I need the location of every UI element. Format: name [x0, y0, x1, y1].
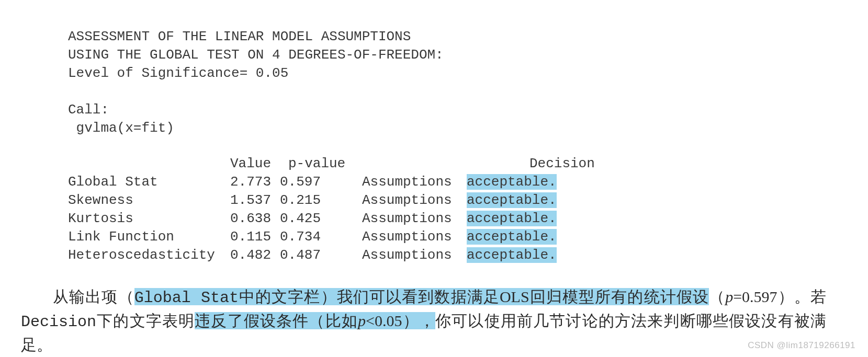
row-value: 1.537 [230, 191, 280, 210]
row-name: Heteroscedasticity [68, 246, 230, 264]
explanation-paragraph: 从输出项（Global Stat中的文字栏）我们可以看到数据满足OLS回归模型所… [21, 285, 826, 356]
col-header-pvalue: p-value [280, 155, 354, 173]
row-assumptions: Assumptions [354, 191, 467, 210]
row-name: Global Stat [68, 173, 230, 191]
para-t10: p [358, 312, 366, 329]
table-row: Link Function 0.115 0.734 Assumptions ac… [68, 228, 595, 246]
row-assumptions: Assumptions [354, 210, 467, 228]
row-name: Skewness [68, 191, 230, 210]
row-value: 0.482 [230, 246, 280, 264]
row-decision: acceptable. [467, 192, 557, 208]
row-assumptions: Assumptions [354, 246, 467, 264]
results-table: Value p-value Decision Global Stat 2.773… [68, 155, 595, 264]
para-t7: Decision [21, 313, 96, 331]
call-label: Call: [68, 102, 109, 118]
header-line-1: ASSESSMENT OF THE LINEAR MODEL ASSUMPTIO… [68, 29, 411, 44]
table-header-row: Value p-value Decision [68, 155, 595, 173]
para-t9: 违反了假设条件（比如 [195, 312, 358, 329]
table-row: Kurtosis 0.638 0.425 Assumptions accepta… [68, 210, 595, 228]
para-t6: =0.597）。若 [733, 288, 826, 305]
para-t4: （ [709, 288, 725, 305]
row-pvalue: 0.734 [280, 228, 354, 246]
row-assumptions: Assumptions [354, 228, 467, 246]
col-header-decision: Decision [467, 155, 595, 173]
row-name: Kurtosis [68, 210, 230, 228]
row-value: 0.638 [230, 210, 280, 228]
row-pvalue: 0.597 [280, 173, 354, 191]
para-t8: 下的文字表明 [96, 312, 195, 329]
page-root: ASSESSMENT OF THE LINEAR MODEL ASSUMPTIO… [0, 0, 868, 356]
para-t5: p [725, 288, 733, 305]
row-pvalue: 0.215 [280, 191, 354, 210]
row-decision: acceptable. [467, 247, 557, 263]
output-header: ASSESSMENT OF THE LINEAR MODEL ASSUMPTIO… [68, 9, 847, 137]
row-value: 0.115 [230, 228, 280, 246]
para-t11: <0.05）， [366, 312, 435, 329]
row-assumptions: Assumptions [354, 173, 467, 191]
para-t1: 从输出项（ [52, 288, 134, 305]
results-table-block: Value p-value Decision Global Stat 2.773… [68, 155, 847, 264]
table-row: Global Stat 2.773 0.597 Assumptions acce… [68, 173, 595, 191]
row-value: 2.773 [230, 173, 280, 191]
table-row: Skewness 1.537 0.215 Assumptions accepta… [68, 191, 595, 210]
row-decision: acceptable. [467, 229, 557, 245]
header-line-3: Level of Significance= 0.05 [68, 65, 288, 81]
col-header-value: Value [230, 155, 280, 173]
call-expression: gvlma(x=fit) [68, 120, 174, 136]
row-decision: acceptable. [467, 211, 557, 226]
row-pvalue: 0.425 [280, 210, 354, 228]
row-pvalue: 0.487 [280, 246, 354, 264]
watermark: CSDN @lim18719266191 [748, 340, 855, 351]
header-line-2: USING THE GLOBAL TEST ON 4 DEGREES-OF-FR… [68, 47, 444, 63]
row-decision: acceptable. [467, 174, 557, 190]
row-name: Link Function [68, 228, 230, 246]
para-t2: Global Stat [134, 289, 239, 307]
table-row: Heteroscedasticity 0.482 0.487 Assumptio… [68, 246, 595, 264]
para-t3: 中的文字栏）我们可以看到数据满足OLS回归模型所有的统计假设 [239, 288, 709, 305]
